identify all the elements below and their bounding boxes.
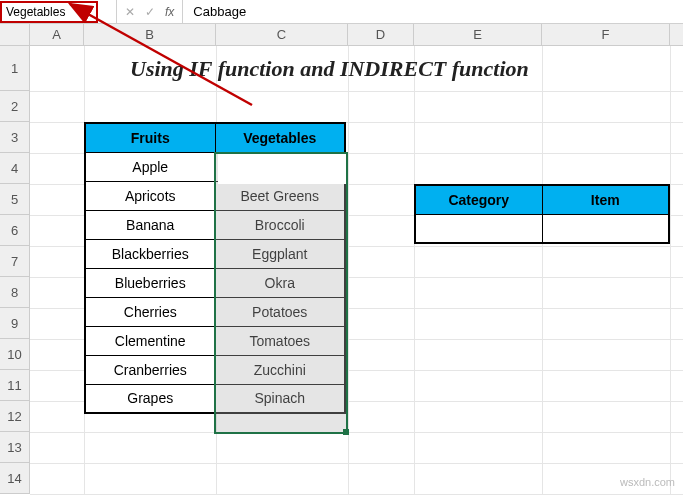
col-header-A[interactable]: A bbox=[30, 24, 84, 45]
cell-item[interactable] bbox=[542, 214, 669, 243]
row-header-1[interactable]: 1 bbox=[0, 46, 30, 91]
table-row: Apricots Beet Greens bbox=[85, 181, 345, 210]
cell-fruit[interactable]: Cranberries bbox=[85, 355, 215, 384]
formula-input[interactable]: Cabbage bbox=[183, 4, 246, 19]
row-header-13[interactable]: 13 bbox=[0, 432, 30, 463]
row-header-2[interactable]: 2 bbox=[0, 91, 30, 122]
name-box[interactable]: Vegetables ▼ bbox=[0, 1, 98, 23]
cell-veg[interactable]: Broccoli bbox=[215, 210, 345, 239]
table-row: Apple Cabbage bbox=[85, 152, 345, 181]
row-header-8[interactable]: 8 bbox=[0, 277, 30, 308]
table-row bbox=[415, 214, 669, 243]
row-header-10[interactable]: 10 bbox=[0, 339, 30, 370]
col-header-D[interactable]: D bbox=[348, 24, 414, 45]
fx-icon[interactable]: fx bbox=[165, 5, 174, 19]
cell-veg[interactable]: Cabbage bbox=[215, 152, 345, 181]
row-header-12[interactable]: 12 bbox=[0, 401, 30, 432]
row-header-9[interactable]: 9 bbox=[0, 308, 30, 339]
col-header-C[interactable]: C bbox=[216, 24, 348, 45]
page-title: Using IF function and INDIRECT function bbox=[130, 56, 529, 82]
cancel-icon: ✕ bbox=[125, 5, 135, 19]
row-header-7[interactable]: 7 bbox=[0, 246, 30, 277]
cell-fruit[interactable]: Apricots bbox=[85, 181, 215, 210]
side-table: Category Item bbox=[414, 184, 670, 244]
table-header-row: Fruits Vegetables bbox=[85, 123, 345, 152]
cell-fruit[interactable]: Cherries bbox=[85, 297, 215, 326]
row-header-6[interactable]: 6 bbox=[0, 215, 30, 246]
cell-fruit[interactable]: Blackberries bbox=[85, 239, 215, 268]
col-header-B[interactable]: B bbox=[84, 24, 216, 45]
cell-veg[interactable]: Beet Greens bbox=[215, 181, 345, 210]
cell-veg[interactable]: Okra bbox=[215, 268, 345, 297]
select-all-corner[interactable] bbox=[0, 24, 30, 45]
cell-veg[interactable]: Eggplant bbox=[215, 239, 345, 268]
cell-veg[interactable]: Potatoes bbox=[215, 297, 345, 326]
cell-fruit[interactable]: Apple bbox=[85, 152, 215, 181]
header-item[interactable]: Item bbox=[542, 185, 669, 214]
header-vegetables[interactable]: Vegetables bbox=[215, 123, 345, 152]
cell-fruit[interactable]: Blueberries bbox=[85, 268, 215, 297]
row-headers: 1 2 3 4 5 6 7 8 9 10 11 12 13 14 bbox=[0, 46, 30, 494]
cell-fruit[interactable]: Banana bbox=[85, 210, 215, 239]
table-header-row: Category Item bbox=[415, 185, 669, 214]
row-header-4[interactable]: 4 bbox=[0, 153, 30, 184]
cell-veg[interactable]: Tomatoes bbox=[215, 326, 345, 355]
name-box-value: Vegetables bbox=[6, 5, 65, 19]
col-header-E[interactable]: E bbox=[414, 24, 542, 45]
cell-fruit[interactable]: Clementine bbox=[85, 326, 215, 355]
dropdown-arrow-icon[interactable]: ▼ bbox=[84, 7, 92, 16]
cell-category[interactable] bbox=[415, 214, 542, 243]
formula-bar: Vegetables ▼ ✕ ✓ fx Cabbage bbox=[0, 0, 683, 24]
confirm-icon: ✓ bbox=[145, 5, 155, 19]
row-header-14[interactable]: 14 bbox=[0, 463, 30, 494]
table-row: Blackberries Eggplant bbox=[85, 239, 345, 268]
cell-fruit[interactable]: Grapes bbox=[85, 384, 215, 413]
column-headers: A B C D E F bbox=[0, 24, 683, 46]
watermark: wsxdn.com bbox=[620, 476, 675, 488]
cells-area[interactable]: Using IF function and INDIRECT function … bbox=[30, 46, 683, 494]
table-row: Blueberries Okra bbox=[85, 268, 345, 297]
table-row: Cranberries Zucchini bbox=[85, 355, 345, 384]
cell-veg[interactable]: Zucchini bbox=[215, 355, 345, 384]
data-table: Fruits Vegetables Apple Cabbage Apricots… bbox=[84, 122, 346, 414]
row-header-11[interactable]: 11 bbox=[0, 370, 30, 401]
table-row: Clementine Tomatoes bbox=[85, 326, 345, 355]
table-row: Cherries Potatoes bbox=[85, 297, 345, 326]
row-header-3[interactable]: 3 bbox=[0, 122, 30, 153]
col-header-F[interactable]: F bbox=[542, 24, 670, 45]
table-row: Grapes Spinach bbox=[85, 384, 345, 413]
row-header-5[interactable]: 5 bbox=[0, 184, 30, 215]
cell-veg[interactable]: Spinach bbox=[215, 384, 345, 413]
header-category[interactable]: Category bbox=[415, 185, 542, 214]
header-fruits[interactable]: Fruits bbox=[85, 123, 215, 152]
table-row: Banana Broccoli bbox=[85, 210, 345, 239]
formula-controls: ✕ ✓ fx bbox=[116, 0, 183, 23]
